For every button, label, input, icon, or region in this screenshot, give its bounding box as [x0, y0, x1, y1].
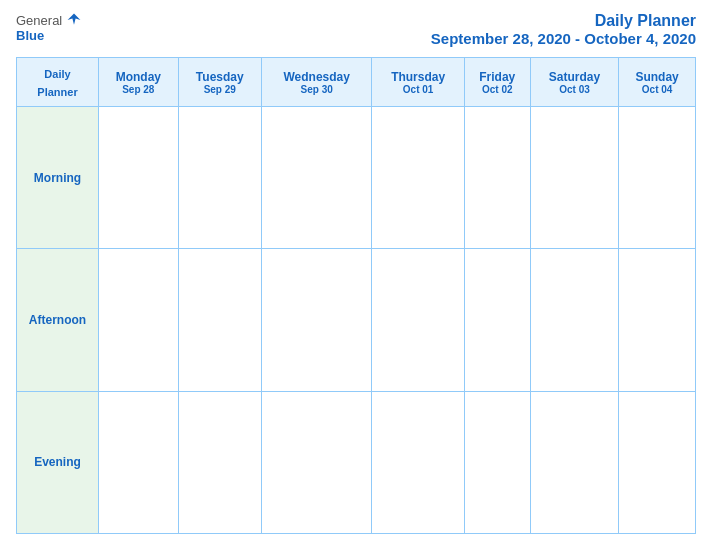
header-day-date-monday: Sep 28: [103, 84, 174, 95]
header-day-name-tuesday: Tuesday: [183, 70, 257, 84]
cell-afternoon-tuesday[interactable]: [178, 249, 261, 391]
header-day-name-thursday: Thursday: [376, 70, 459, 84]
header-day-date-wednesday: Sep 30: [266, 84, 368, 95]
cell-evening-sunday[interactable]: [619, 391, 696, 533]
header-cell-saturday: Saturday Oct 03: [530, 58, 618, 107]
header-day-date-tuesday: Sep 29: [183, 84, 257, 95]
cell-afternoon-saturday[interactable]: [530, 249, 618, 391]
header-day-date-thursday: Oct 01: [376, 84, 459, 95]
logo-area: General Blue: [16, 12, 82, 43]
title-area: Daily Planner September 28, 2020 - Octob…: [431, 12, 696, 47]
cell-morning-friday[interactable]: [464, 107, 530, 249]
time-label-morning: Morning: [17, 107, 99, 249]
planner-date-range: September 28, 2020 - October 4, 2020: [431, 30, 696, 47]
calendar-table: DailyPlanner Monday Sep 28 Tuesday Sep 2…: [16, 57, 696, 534]
header-day-date-friday: Oct 02: [469, 84, 526, 95]
time-label-evening: Evening: [17, 391, 99, 533]
cell-afternoon-friday[interactable]: [464, 249, 530, 391]
header-row: DailyPlanner Monday Sep 28 Tuesday Sep 2…: [17, 58, 696, 107]
header-label-daily-planner: DailyPlanner: [37, 68, 77, 98]
top-header: General Blue Daily Planner September 28,…: [16, 12, 696, 47]
cell-morning-saturday[interactable]: [530, 107, 618, 249]
header-cell-sunday: Sunday Oct 04: [619, 58, 696, 107]
cell-evening-thursday[interactable]: [372, 391, 464, 533]
cell-morning-sunday[interactable]: [619, 107, 696, 249]
cell-afternoon-sunday[interactable]: [619, 249, 696, 391]
time-label-afternoon: Afternoon: [17, 249, 99, 391]
cell-evening-tuesday[interactable]: [178, 391, 261, 533]
cell-afternoon-thursday[interactable]: [372, 249, 464, 391]
logo-text: General: [16, 12, 82, 28]
cell-morning-wednesday[interactable]: [261, 107, 372, 249]
cell-evening-friday[interactable]: [464, 391, 530, 533]
header-cell-friday: Friday Oct 02: [464, 58, 530, 107]
header-day-name-friday: Friday: [469, 70, 526, 84]
logo-bird-icon: [66, 12, 82, 28]
header-cell-wednesday: Wednesday Sep 30: [261, 58, 372, 107]
header-day-name-saturday: Saturday: [535, 70, 614, 84]
logo-blue-text: Blue: [16, 28, 44, 43]
cell-evening-saturday[interactable]: [530, 391, 618, 533]
row-afternoon: Afternoon: [17, 249, 696, 391]
header-day-name-wednesday: Wednesday: [266, 70, 368, 84]
cell-afternoon-wednesday[interactable]: [261, 249, 372, 391]
svg-marker-0: [68, 14, 81, 25]
row-morning: Morning: [17, 107, 696, 249]
header-day-date-sunday: Oct 04: [623, 84, 691, 95]
cell-afternoon-monday[interactable]: [99, 249, 179, 391]
cell-morning-monday[interactable]: [99, 107, 179, 249]
cell-evening-wednesday[interactable]: [261, 391, 372, 533]
header-cell-daily-planner: DailyPlanner: [17, 58, 99, 107]
cell-morning-tuesday[interactable]: [178, 107, 261, 249]
header-day-date-saturday: Oct 03: [535, 84, 614, 95]
cell-morning-thursday[interactable]: [372, 107, 464, 249]
header-day-name-sunday: Sunday: [623, 70, 691, 84]
header-cell-thursday: Thursday Oct 01: [372, 58, 464, 107]
logo-general-text: General: [16, 13, 62, 28]
cell-evening-monday[interactable]: [99, 391, 179, 533]
header-day-name-monday: Monday: [103, 70, 174, 84]
header-cell-tuesday: Tuesday Sep 29: [178, 58, 261, 107]
planner-title: Daily Planner: [431, 12, 696, 30]
header-cell-monday: Monday Sep 28: [99, 58, 179, 107]
row-evening: Evening: [17, 391, 696, 533]
